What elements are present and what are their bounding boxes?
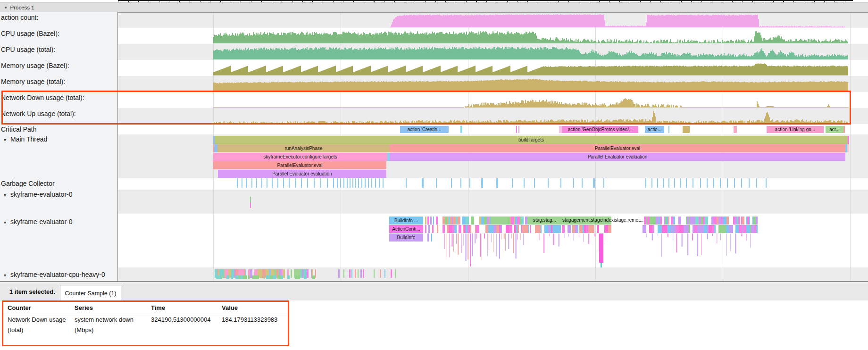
track-label[interactable]: Memory usage (Bazel): (1, 62, 69, 69)
gc-tick[interactable] (460, 178, 461, 188)
gc-tick[interactable] (749, 178, 750, 188)
critical-path-slice[interactable] (734, 126, 737, 133)
gc-tick[interactable] (368, 178, 369, 188)
gc-tick[interactable] (267, 178, 267, 188)
gc-tick[interactable] (741, 178, 742, 188)
critical-path-slice[interactable] (843, 126, 845, 133)
gc-tick[interactable] (340, 178, 341, 188)
skyframe2-slice[interactable] (430, 217, 432, 225)
skyframe2-dropline[interactable] (599, 233, 603, 263)
chevron-down-icon[interactable]: ▾ (5, 5, 7, 10)
gc-tick[interactable] (560, 178, 561, 188)
main-thread-slice[interactable]: ParallelEvaluator.eval (213, 161, 386, 169)
skyframe2-slice[interactable] (425, 217, 426, 225)
gc-tick[interactable] (406, 178, 407, 188)
gc-tick[interactable] (237, 178, 238, 188)
skyframe2-slice[interactable]: BuildInfo (389, 233, 423, 242)
gc-tick[interactable] (481, 178, 483, 188)
critical-path-slice[interactable] (518, 126, 519, 133)
skyframe2-slice[interactable] (427, 233, 429, 242)
gc-tick[interactable] (524, 178, 525, 188)
main-thread-slice[interactable] (847, 144, 849, 152)
gc-tick[interactable] (295, 178, 296, 188)
main-thread-slice[interactable]: runAnalysisPhase (217, 144, 390, 152)
gc-tick[interactable] (272, 178, 273, 188)
track-label[interactable]: ▾Main Thread (4, 135, 47, 143)
chevron-down-icon[interactable]: ▾ (4, 220, 10, 225)
gc-tick[interactable] (651, 178, 652, 188)
gc-tick[interactable] (422, 178, 424, 188)
skyframe2-dropline[interactable] (470, 233, 471, 267)
gc-tick[interactable] (603, 178, 604, 188)
critical-path-slice[interactable] (668, 126, 669, 133)
critical-path-slice[interactable]: act... (826, 126, 843, 133)
main-thread-slice[interactable]: Parallel Evaluator evaluation (218, 170, 386, 178)
gc-tick[interactable] (436, 178, 437, 188)
critical-path-slice[interactable]: action 'Linking go... (767, 126, 824, 133)
chevron-down-icon[interactable]: ▾ (4, 273, 10, 278)
skyframe2-slice[interactable]: ActionConti... (389, 225, 423, 233)
cpu-heavy-slice[interactable] (384, 269, 385, 278)
gc-tick[interactable] (720, 178, 721, 188)
gc-tick[interactable] (548, 178, 549, 188)
gc-tick[interactable] (593, 178, 595, 188)
cpu-heavy-slice[interactable] (395, 269, 396, 278)
gc-tick[interactable] (327, 178, 328, 188)
main-thread-slice[interactable]: ParallelEvaluator.eval (390, 144, 845, 152)
skyframe1-slice[interactable] (250, 202, 251, 208)
skyframe2-slice[interactable] (432, 225, 434, 233)
gc-tick[interactable] (693, 178, 693, 188)
skyframe2-dropline[interactable] (601, 263, 602, 267)
gc-tick[interactable] (283, 178, 284, 188)
gc-tick[interactable] (727, 178, 728, 188)
cpu-heavy-slice[interactable] (343, 269, 344, 278)
gc-tick[interactable] (352, 178, 353, 188)
track-label[interactable]: Garbage Collector (1, 180, 55, 187)
gc-tick[interactable] (680, 178, 681, 188)
gc-tick[interactable] (573, 178, 574, 188)
gc-tick[interactable] (582, 178, 583, 188)
cpu-heavy-slice[interactable] (374, 269, 375, 278)
cpu-heavy-slice[interactable] (338, 269, 340, 278)
gc-tick[interactable] (355, 178, 356, 188)
gc-tick[interactable] (307, 178, 308, 188)
critical-path-slice[interactable]: actio... (645, 126, 664, 133)
main-thread-slice[interactable] (848, 136, 849, 144)
gc-tick[interactable] (674, 178, 675, 188)
cpu-heavy-slice[interactable] (358, 269, 359, 278)
gc-tick[interactable] (320, 178, 321, 188)
gc-tick[interactable] (347, 178, 348, 188)
skyframe2-slice[interactable] (431, 233, 432, 242)
track-label[interactable]: ▾skyframe-evaluator-0 (4, 191, 73, 198)
gc-tick[interactable] (246, 178, 247, 188)
skyframe1-slice[interactable] (250, 197, 251, 202)
gc-tick[interactable] (534, 178, 535, 188)
cpu-heavy-slice[interactable] (380, 269, 381, 278)
gc-tick[interactable] (242, 178, 242, 188)
cpu-heavy-slice[interactable] (355, 269, 356, 278)
gc-tick[interactable] (686, 178, 687, 188)
critical-path-slice[interactable] (559, 126, 562, 133)
track-label[interactable]: action count: (1, 14, 38, 21)
critical-path-slice[interactable]: action 'GenObjcProtos video/... (562, 126, 638, 133)
critical-path-slice[interactable] (683, 126, 690, 133)
track-label[interactable]: ▾skyframe-evaluator-cpu-heavy-0 (4, 271, 105, 278)
gc-tick[interactable] (277, 178, 278, 188)
gc-tick[interactable] (512, 178, 513, 188)
main-thread-slice[interactable]: buildTargets (215, 136, 848, 144)
gc-tick[interactable] (379, 178, 380, 188)
gc-tick[interactable] (383, 178, 384, 188)
skyframe2-slice[interactable] (491, 217, 508, 225)
gc-tick[interactable] (713, 178, 714, 188)
chevron-down-icon[interactable]: ▾ (4, 137, 10, 142)
gc-tick[interactable] (756, 178, 757, 188)
gc-tick[interactable] (707, 178, 708, 188)
gc-tick[interactable] (256, 178, 257, 188)
cpu-heavy-slice[interactable] (360, 269, 362, 278)
cpu-heavy-slice[interactable] (351, 269, 352, 278)
track-label[interactable]: Critical Path (1, 125, 36, 133)
gc-tick[interactable] (333, 178, 334, 188)
gc-tick[interactable] (301, 178, 302, 188)
gc-tick[interactable] (645, 178, 646, 188)
chevron-down-icon[interactable]: ▾ (4, 192, 10, 198)
